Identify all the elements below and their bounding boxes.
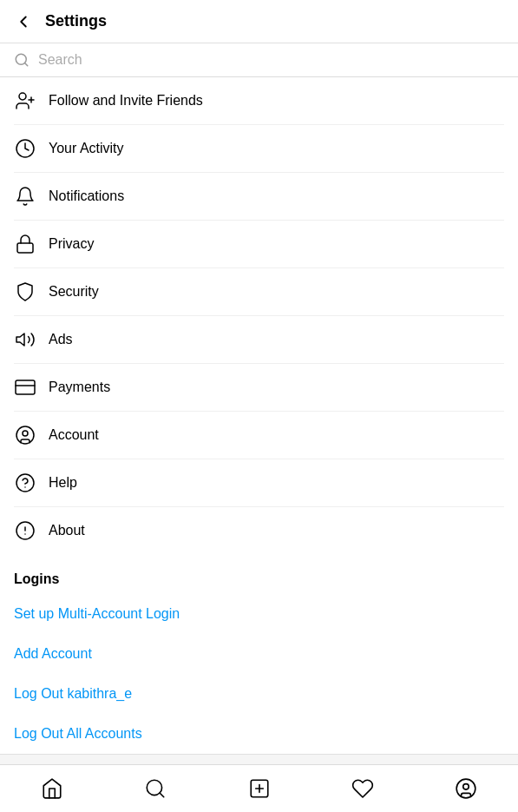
nav-activity[interactable] <box>311 765 414 812</box>
nav-search[interactable] <box>103 765 207 812</box>
page-title: Settings <box>45 12 107 30</box>
ads-icon <box>14 328 36 351</box>
home-icon <box>41 777 63 800</box>
multi-account-link[interactable]: Set up Multi-Account Login <box>0 594 518 634</box>
your-activity-label: Your Activity <box>49 141 124 156</box>
follow-icon <box>14 89 36 112</box>
notifications-icon <box>14 185 36 208</box>
notifications-label: Notifications <box>49 188 124 204</box>
about-icon <box>14 519 36 542</box>
menu-item-payments[interactable]: Payments <box>0 364 518 411</box>
new-post-icon <box>248 777 271 800</box>
account-icon <box>14 424 36 446</box>
follow-invite-label: Follow and Invite Friends <box>49 93 203 109</box>
nav-home[interactable] <box>0 765 103 812</box>
svg-point-22 <box>456 779 475 798</box>
heart-icon <box>351 777 374 800</box>
bottom-nav <box>0 764 518 812</box>
activity-icon <box>14 137 36 160</box>
logout-all-link[interactable]: Log Out All Accounts <box>0 714 518 754</box>
menu-item-ads[interactable]: Ads <box>0 316 518 363</box>
top-bar: Settings <box>0 0 518 43</box>
help-icon <box>14 472 36 494</box>
menu-item-help[interactable]: Help <box>0 459 518 506</box>
search-input[interactable] <box>38 52 504 68</box>
svg-point-11 <box>23 431 28 436</box>
profile-icon <box>455 777 477 800</box>
menu-item-follow-invite[interactable]: Follow and Invite Friends <box>0 77 518 124</box>
privacy-icon <box>14 233 36 255</box>
help-label: Help <box>49 475 77 491</box>
menu-item-security[interactable]: Security <box>0 268 518 315</box>
svg-line-1 <box>24 63 27 65</box>
ads-label: Ads <box>49 332 73 347</box>
menu-item-notifications[interactable]: Notifications <box>0 173 518 220</box>
back-arrow-icon <box>14 12 33 31</box>
account-label: Account <box>49 427 99 443</box>
menu-list: Follow and Invite Friends Your Activity <box>0 77 518 554</box>
nav-profile[interactable] <box>415 765 518 812</box>
menu-item-account[interactable]: Account <box>0 412 518 459</box>
svg-rect-6 <box>17 243 33 253</box>
svg-point-23 <box>463 784 469 790</box>
security-label: Security <box>49 284 99 300</box>
back-button[interactable] <box>14 12 33 31</box>
logout-account-link[interactable]: Log Out kabithra_e <box>0 674 518 714</box>
search-icon <box>14 52 30 68</box>
svg-point-10 <box>16 426 34 444</box>
svg-point-2 <box>19 93 26 100</box>
svg-marker-7 <box>16 333 24 346</box>
security-icon <box>14 281 36 303</box>
search-nav-icon <box>144 777 167 800</box>
about-label: About <box>49 523 85 538</box>
nav-new-post[interactable] <box>207 765 311 812</box>
svg-point-12 <box>16 474 34 492</box>
logins-section-header: Logins <box>0 554 518 594</box>
payments-icon <box>14 376 36 399</box>
svg-rect-8 <box>16 380 35 394</box>
payments-label: Payments <box>49 380 110 395</box>
add-account-link[interactable]: Add Account <box>0 634 518 674</box>
menu-item-about[interactable]: About <box>0 507 518 554</box>
menu-item-your-activity[interactable]: Your Activity <box>0 125 518 172</box>
privacy-label: Privacy <box>49 236 94 252</box>
menu-item-privacy[interactable]: Privacy <box>0 221 518 267</box>
search-bar <box>0 43 518 77</box>
svg-line-18 <box>160 793 164 797</box>
